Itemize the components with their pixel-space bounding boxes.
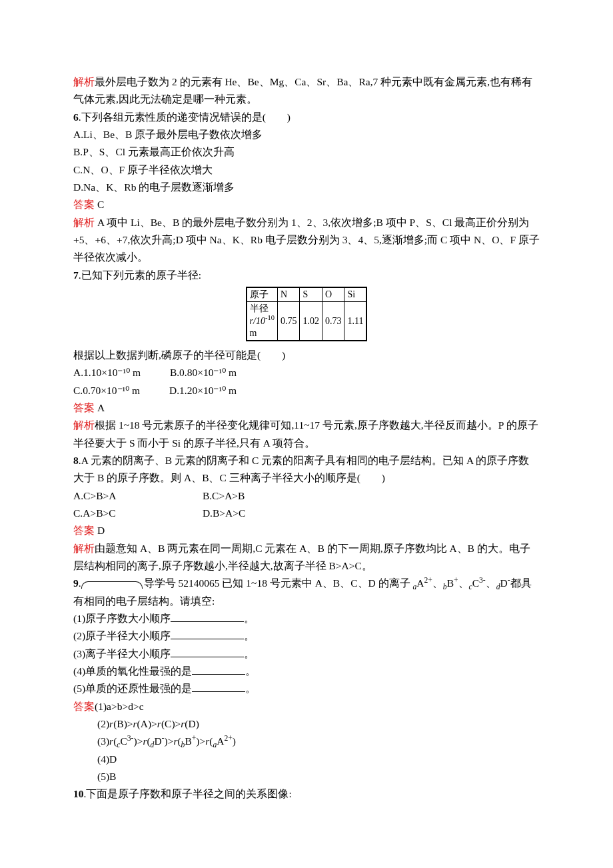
explain-label: 解析 (73, 217, 95, 228)
period: 。 (244, 630, 255, 641)
q7-option-c: C.0.70×10⁻¹⁰ m (73, 382, 140, 399)
q9-stem: 9.导学号 52140065 已知 1~18 号元素中 A、B、C、D 的离子 … (73, 575, 540, 610)
q10-stem-text: .下面是原子序数和原子半径之间的关系图像: (84, 788, 292, 799)
q7-explanation: 解析根据 1~18 号元素原子的半径变化规律可知,11~17 号元素,原子序数越… (73, 417, 540, 452)
q8-explain-text: 由题意知 A、B 两元素在同一周期,C 元素在 A、B 的下一周期,原子序数均比… (73, 543, 530, 571)
table-cell-n-val: 0.75 (277, 302, 300, 341)
q9-answer-line: 答案(1)a>b>d>c (73, 698, 540, 715)
q8-stem: 8.A 元素的阴离子、B 元素的阴离子和 C 元素的阳离子具有相同的电子层结构。… (73, 452, 540, 487)
radius-label-c: m (250, 328, 257, 338)
table-cell-radius-label: 半径 r/10-10 m (247, 302, 278, 341)
answer-label: 答案 (73, 701, 95, 712)
q7-option-b: B.0.80×10⁻¹⁰ m (170, 364, 237, 381)
q8-number: 8 (73, 455, 79, 466)
period: 。 (245, 665, 256, 677)
q6-answer-line: 答案 C (73, 196, 540, 213)
q9-part2: (2)原子半径大小顺序。 (73, 627, 540, 645)
blank-field[interactable] (192, 664, 245, 675)
q6-number: 6 (73, 111, 79, 123)
q7-explain-text: 根据 1~18 号元素原子的半径变化规律可知,11~17 号元素,原子序数越大,… (73, 419, 538, 448)
q7-radii-table: 原子 N S O Si 半径 r/10-10 m 0.75 1.02 0.73 … (246, 287, 368, 341)
q9-part1: (1)原子序数大小顺序。 (73, 610, 540, 627)
q8-answer-line: 答案 D (73, 522, 540, 539)
radius-label-b: r/10 (250, 316, 265, 326)
q7-options-ab: A.1.10×10⁻¹⁰ m B.0.80×10⁻¹⁰ m (73, 364, 540, 381)
q7-number: 7 (73, 269, 79, 281)
table-cell-si: Si (344, 287, 366, 302)
q5-explain-text: 最外层电子数为 2 的元素有 He、Be、Mg、Ca、Sr、Ba、Ra,7 种元… (73, 76, 532, 105)
q6-explanation: 解析 A 项中 Li、Be、B 的最外层电子数分别为 1、2、3,依次增多;B … (73, 214, 540, 267)
radius-label-a: 半径 (250, 303, 269, 313)
answer-label: 答案 (73, 525, 95, 536)
period: 。 (244, 648, 255, 659)
q6-option-c: C.N、O、F 原子半径依次增大 (73, 161, 540, 179)
q6-option-b: B.P、S、Cl 元素最高正价依次升高 (73, 143, 540, 161)
q8-option-d: D.B>A>C (203, 505, 245, 522)
q6-explain-text: A 项中 Li、Be、B 的最外层电子数分别为 1、2、3,依次增多;B 项中 … (73, 217, 540, 263)
answer-label: 答案 (73, 402, 95, 413)
q7-stem-text: .已知下列元素的原子半径: (79, 269, 201, 281)
period: 。 (245, 683, 256, 694)
q9-number: 9 (73, 577, 79, 589)
blank-field[interactable] (171, 611, 244, 623)
q6-option-d: D.Na、K、Rb 的电子层数逐渐增多 (73, 179, 540, 196)
explain-label: 解析 (73, 76, 95, 87)
q5-explanation: 解析最外层电子数为 2 的元素有 He、Be、Mg、Ca、Sr、Ba、Ra,7 … (73, 73, 540, 109)
q9-part5: (5)单质的还原性最强的是。 (73, 680, 540, 697)
q7-stem2: 根据以上数据判断,磷原子的半径可能是( ) (73, 347, 540, 364)
q7-option-a: A.1.10×10⁻¹⁰ m (73, 364, 141, 381)
table-cell-s-val: 1.02 (300, 302, 322, 341)
blank-field[interactable] (171, 629, 244, 640)
answer-label: 答案 (73, 199, 95, 210)
q9-part3: (3)离子半径大小顺序。 (73, 645, 540, 663)
q8-options-cd: C.A>B>C D.B>A>C (73, 505, 540, 522)
q8-explanation: 解析由题意知 A、B 两元素在同一周期,C 元素在 A、B 的下一周期,原子序数… (73, 540, 540, 575)
explain-label: 解析 (73, 543, 95, 554)
q8-option-c: C.A>B>C (73, 505, 173, 522)
q6-answer: C (95, 199, 104, 210)
q8-answer: D (95, 525, 105, 536)
table-cell-o: O (322, 287, 344, 302)
table-cell-n: N (277, 287, 300, 302)
q6-stem: 6.下列各组元素性质的递变情况错误的是( ) (73, 109, 540, 126)
q8-stem-text: .A 元素的阴离子、B 元素的阴离子和 C 元素的阳离子具有相同的电子层结构。已… (73, 455, 529, 483)
period: 。 (244, 613, 255, 624)
q9-part4: (4)单质的氧化性最强的是。 (73, 663, 540, 680)
q9-ans1: (1)a>b>d>c (95, 701, 144, 712)
q7-answer: A (95, 402, 105, 413)
q7-option-d: D.1.20×10⁻¹⁰ m (169, 382, 237, 399)
q7-stem: 7.已知下列元素的原子半径: (73, 267, 540, 284)
q9-p1-text: (1)原子序数大小顺序 (73, 613, 171, 624)
blank-field[interactable] (192, 681, 245, 693)
q9-ans5: (5)B (73, 768, 540, 785)
q8-options-ab: A.C>B>A B.C>A>B (73, 487, 540, 505)
arc-icon (81, 581, 143, 589)
q7-options-cd: C.0.70×10⁻¹⁰ m D.1.20×10⁻¹⁰ m (73, 382, 540, 399)
q8-option-b: B.C>A>B (203, 487, 245, 505)
q9-p5-text: (5)单质的还原性最强的是 (73, 683, 192, 694)
q8-option-a: A.C>B>A (73, 487, 173, 505)
table-row: 半径 r/10-10 m 0.75 1.02 0.73 1.11 (247, 302, 367, 341)
q10-stem: 10.下面是原子序数和原子半径之间的关系图像: (73, 785, 540, 803)
q9-p2-text: (2)原子半径大小顺序 (73, 630, 171, 641)
table-cell-o-val: 0.73 (322, 302, 344, 341)
q9-ans2: (2)r(B)>r(A)>r(C)>r(D) (73, 715, 540, 733)
q9-p4-text: (4)单质的氧化性最强的是 (73, 665, 192, 677)
explain-label: 解析 (73, 419, 95, 431)
table-cell-s: S (300, 287, 322, 302)
q9-ans3: (3)r(cC3-)>r(dD-)>r(bB+)>r(aA2+) (73, 733, 540, 750)
q6-stem-text: .下列各组元素性质的递变情况错误的是( ) (79, 111, 291, 123)
blank-field[interactable] (171, 646, 244, 657)
table-cell-si-val: 1.11 (344, 302, 366, 341)
q6-option-a: A.Li、Be、B 原子最外层电子数依次增多 (73, 126, 540, 143)
q9-p3-text: (3)离子半径大小顺序 (73, 648, 171, 659)
table-cell-atom-label: 原子 (247, 287, 278, 302)
q9-ans4: (4)D (73, 751, 540, 768)
q9-lead: 导学号 52140065 已知 1~18 号元素中 A、B、C、D 的离子 (144, 577, 413, 589)
q7-answer-line: 答案 A (73, 399, 540, 417)
table-row: 原子 N S O Si (247, 287, 367, 302)
q10-number: 10 (73, 788, 84, 799)
